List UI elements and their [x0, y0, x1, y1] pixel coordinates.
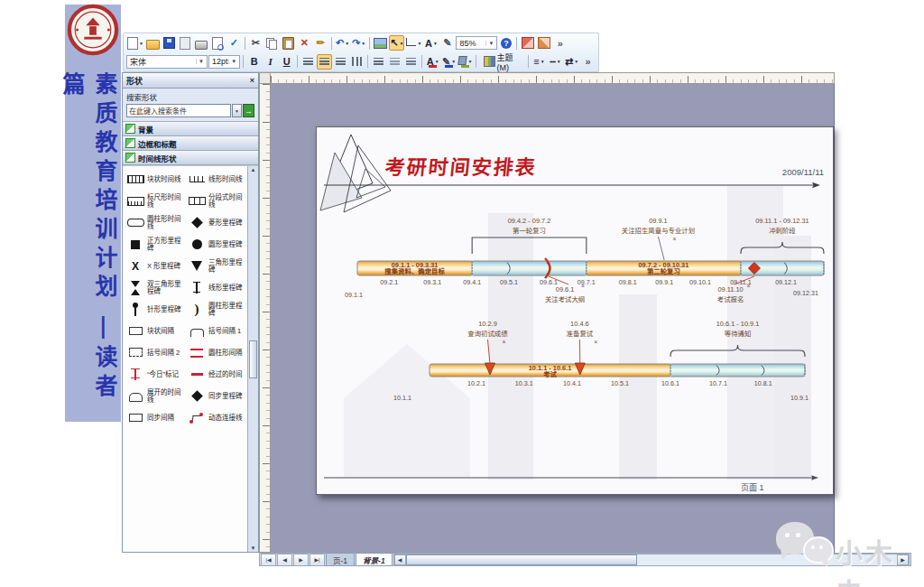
- shape-item[interactable]: 线形里程碑: [186, 278, 247, 297]
- align-center-button[interactable]: [317, 54, 332, 70]
- stencil-tool-1-button[interactable]: [520, 35, 535, 51]
- shape-item[interactable]: “今日”标记: [125, 365, 186, 384]
- dropdown-arrow-icon[interactable]: ▼: [196, 59, 204, 64]
- stencil-bar-backgrounds[interactable]: 背景: [123, 122, 258, 136]
- shape-item[interactable]: 同步间隔: [125, 408, 186, 427]
- toolbar-options-button[interactable]: »: [580, 54, 596, 70]
- search-go-icon[interactable]: →: [243, 104, 254, 117]
- shape-item[interactable]: 正方形里程碑: [125, 235, 186, 254]
- format-painter-button[interactable]: ✏: [313, 35, 328, 51]
- pasteboard[interactable]: 09.1.1 - 09.3.31搜集资料、确定目标09.7.2 - 09.10.…: [271, 84, 835, 553]
- shape-item[interactable]: 双三角形里程碑: [125, 278, 186, 297]
- print-preview-button[interactable]: [210, 35, 226, 51]
- undo-button[interactable]: ↶▼: [335, 35, 350, 51]
- shape-item[interactable]: 同步里程碑: [186, 387, 247, 405]
- size-select[interactable]: 12pt▼: [208, 55, 240, 69]
- shape-item[interactable]: 括号间隔 1: [186, 321, 247, 340]
- shapes-panel-scrollbar[interactable]: ▲ ▼: [247, 166, 258, 552]
- font-color-button[interactable]: A▼: [425, 54, 440, 70]
- shape-item[interactable]: X 形里程碑: [125, 256, 186, 275]
- timeline-segment-blue[interactable]: [472, 261, 587, 275]
- freeform-tool-button[interactable]: ✎: [439, 35, 455, 51]
- shape-item[interactable]: 菱形里程碑: [186, 213, 247, 232]
- save-button[interactable]: [162, 35, 177, 51]
- shape-item[interactable]: 展开的时间线: [125, 387, 186, 405]
- dropdown-caret-icon[interactable]: ▼: [468, 59, 473, 64]
- scroll-down-icon[interactable]: ▼: [251, 545, 256, 551]
- dropdown-caret-icon[interactable]: ▼: [574, 59, 578, 64]
- email-button[interactable]: [178, 35, 193, 51]
- scroll-left-icon[interactable]: ◀: [394, 554, 406, 565]
- toolbar-options-button[interactable]: »: [552, 35, 568, 51]
- font-select[interactable]: 宋体▼: [126, 55, 208, 69]
- search-dropdown-icon[interactable]: ▼: [232, 104, 242, 117]
- timeline-segment-blue[interactable]: [670, 364, 805, 377]
- dropdown-caret-icon[interactable]: ▼: [400, 41, 404, 46]
- line-pattern-button[interactable]: ╌▼: [548, 54, 563, 70]
- shape-item[interactable]: 三角形里程碑: [186, 256, 247, 275]
- text-tool-button[interactable]: A▼: [423, 35, 439, 51]
- align-right-button[interactable]: [333, 54, 348, 70]
- scrollbar-thumb[interactable]: [406, 554, 638, 565]
- dropdown-caret-icon[interactable]: ▼: [541, 59, 545, 64]
- decrease-indent-button[interactable]: [387, 54, 402, 70]
- shape-item[interactable]: 圆柱形时间线: [125, 213, 186, 232]
- page-nav-icon-1[interactable]: ◀: [277, 554, 292, 566]
- scrollbar-thumb[interactable]: [249, 340, 257, 378]
- bullets-button[interactable]: [371, 54, 386, 70]
- shape-item[interactable]: 动态连接线: [186, 408, 247, 427]
- shape-item[interactable]: 分段式时间线: [186, 191, 247, 210]
- shape-item[interactable]: 块状间隔: [125, 321, 186, 340]
- dropdown-arrow-icon[interactable]: ▼: [485, 41, 494, 46]
- line-weight-button[interactable]: ≡▼: [531, 54, 547, 70]
- dropdown-caret-icon[interactable]: ▼: [557, 59, 561, 64]
- delete-button[interactable]: ✕: [297, 35, 312, 51]
- insert-picture-button[interactable]: [373, 35, 388, 51]
- shape-item[interactable]: 括号间隔 2: [125, 343, 186, 362]
- bold-button[interactable]: B: [246, 54, 262, 70]
- spelling-button[interactable]: ✓: [226, 35, 242, 51]
- shape-item[interactable]: 圆形里程碑: [186, 235, 247, 254]
- stencil-tool-2-button[interactable]: [536, 35, 551, 51]
- dropdown-caret-icon[interactable]: ▼: [433, 41, 438, 46]
- scroll-up-icon[interactable]: ▲: [251, 167, 256, 172]
- line-ends-button[interactable]: ⇄▼: [564, 54, 579, 70]
- pointer-tool-button[interactable]: ↖▼: [389, 35, 404, 51]
- dropdown-caret-icon[interactable]: ▼: [417, 41, 421, 46]
- help-button[interactable]: ?: [498, 35, 513, 51]
- copy-button[interactable]: [264, 35, 280, 51]
- dropdown-caret-icon[interactable]: ▼: [451, 59, 456, 64]
- page-nav-icon-2[interactable]: ▶: [293, 554, 309, 566]
- fill-color-button[interactable]: ▼: [457, 54, 473, 70]
- page-tab[interactable]: 背景-1: [356, 553, 393, 566]
- text-columns-button[interactable]: [349, 54, 365, 70]
- new-document-button[interactable]: ▼: [126, 35, 144, 51]
- shape-item[interactable]: 线形时间线: [186, 170, 247, 189]
- increase-indent-button[interactable]: [403, 54, 419, 70]
- drawing-page[interactable]: 09.1.1 - 09.3.31搜集资料、确定目标09.7.2 - 09.10.…: [316, 126, 834, 495]
- dropdown-caret-icon[interactable]: ▼: [361, 41, 365, 46]
- page-nav-icon-0[interactable]: |◀: [261, 554, 276, 566]
- shape-item[interactable]: 圆柱形里程碑: [186, 300, 247, 319]
- cut-button[interactable]: ✂: [248, 35, 263, 51]
- shape-item[interactable]: 标尺形时间线: [125, 191, 186, 210]
- shape-item[interactable]: 经过的时间: [186, 365, 247, 384]
- underline-button[interactable]: U: [279, 54, 294, 70]
- shape-item[interactable]: 针形里程碑: [125, 300, 186, 319]
- page-nav-icon-3[interactable]: ▶|: [310, 554, 325, 566]
- dropdown-caret-icon[interactable]: ▼: [345, 41, 349, 46]
- paste-button[interactable]: [281, 35, 296, 51]
- line-color-button[interactable]: ✎▼: [441, 54, 457, 70]
- shape-item[interactable]: 圆柱形间隔: [186, 343, 247, 362]
- connector-tool-button[interactable]: ▼: [405, 35, 422, 51]
- shape-item[interactable]: 块状时间线: [125, 170, 186, 189]
- italic-button[interactable]: I: [263, 54, 278, 70]
- page-tab[interactable]: 页-1: [326, 553, 355, 566]
- shape-search-input[interactable]: [126, 104, 231, 117]
- print-button[interactable]: [194, 35, 209, 51]
- dropdown-arrow-icon[interactable]: ▼: [228, 59, 236, 64]
- align-left-button[interactable]: [300, 54, 316, 70]
- dropdown-caret-icon[interactable]: ▼: [435, 59, 439, 64]
- redo-button[interactable]: ↷▼: [351, 35, 366, 51]
- close-icon[interactable]: ×: [250, 76, 254, 85]
